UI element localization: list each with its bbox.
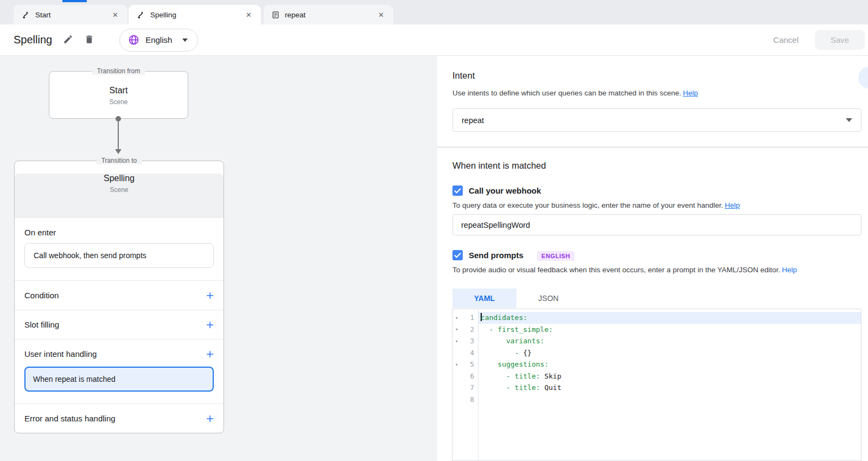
prompts-help-link[interactable]: Help [782, 266, 797, 274]
on-enter-section: On enter Call webhook, then send prompts [15, 217, 224, 280]
connector-dot [116, 116, 121, 121]
floating-button-peek[interactable] [858, 67, 868, 88]
scene-node-header[interactable]: Spelling Scene [15, 174, 224, 217]
line-number: 1 [470, 313, 474, 322]
tab-label: repeat [285, 11, 305, 19]
tab-drag-indicator [62, 0, 87, 2]
gutter-line-5[interactable]: ▾5 [452, 358, 478, 370]
add-icon[interactable]: + [206, 412, 214, 425]
line-number: 7 [470, 383, 474, 392]
from-node-title: Start [49, 86, 188, 95]
gutter-line-1[interactable]: ▾1 [452, 312, 478, 324]
gutter-line-6: 6 [452, 370, 478, 382]
connector-arrowhead-icon [115, 149, 122, 154]
code-line-7[interactable]: - title: Quit [478, 382, 861, 394]
tab-repeat[interactable]: repeat✕ [264, 5, 393, 24]
language-selector[interactable]: English [119, 29, 198, 52]
to-node-title: Spelling [15, 174, 224, 183]
webhook-input[interactable] [452, 214, 861, 235]
code-line-6[interactable]: - title: Skip [478, 370, 861, 382]
intent-help-link[interactable]: Help [683, 89, 698, 97]
checkmark-icon [454, 251, 461, 260]
code-line-4[interactable]: - {} [478, 347, 861, 359]
section-divider [437, 146, 868, 148]
webhook-description: To query data or execute your business l… [452, 201, 740, 209]
code-line-8[interactable] [478, 394, 861, 406]
scene-section-slot-filling: Slot filling+ [15, 310, 224, 339]
call-webhook-checkbox[interactable] [452, 185, 463, 196]
language-badge: ENGLISH [537, 251, 575, 261]
edit-title-button[interactable] [63, 34, 73, 46]
fold-arrow-icon[interactable]: ▾ [455, 315, 462, 321]
call-webhook-label: Call your webhook [469, 186, 541, 195]
fold-arrow-icon[interactable]: ▾ [455, 326, 462, 332]
editor-tab-json[interactable]: JSON [516, 289, 580, 308]
add-icon[interactable]: + [206, 289, 214, 302]
scene-section-error-and-status-handling: Error and status handling+ [15, 404, 224, 433]
matched-heading: When intent is matched [452, 161, 546, 171]
on-enter-label: On enter [24, 228, 214, 237]
tab-label: Spelling [150, 11, 176, 19]
gutter-line-4: 4 [452, 347, 478, 359]
page-title: Spelling [14, 34, 52, 46]
checkmark-icon [454, 186, 461, 196]
delete-scene-button[interactable] [84, 34, 94, 46]
editor-code-area[interactable]: candidates: - first_simple: variants: - … [478, 309, 861, 460]
save-button[interactable]: Save [815, 30, 865, 50]
from-node-subtitle: Scene [49, 98, 188, 106]
code-line-3[interactable]: variants: [478, 335, 861, 347]
gutter-line-3[interactable]: ▾3 [452, 335, 478, 347]
on-enter-card[interactable]: Call webhook, then send prompts [24, 243, 214, 268]
scene-diagram-canvas: Transition from Start Scene Transition t… [0, 56, 437, 461]
send-prompts-checkbox[interactable] [452, 250, 463, 260]
select-caret-icon [846, 118, 852, 122]
intent-icon [272, 11, 279, 19]
scene-icon [22, 11, 30, 19]
add-icon[interactable]: + [206, 318, 214, 331]
fold-arrow-icon[interactable]: ▾ [455, 338, 462, 344]
intent-handler-card[interactable]: When repeat is matched [24, 367, 214, 392]
line-number: 3 [470, 337, 474, 345]
connector-line [118, 121, 119, 150]
webhook-help-link[interactable]: Help [725, 201, 740, 209]
transition-from-node[interactable]: Transition from Start Scene [49, 71, 188, 119]
cancel-button[interactable]: Cancel [773, 35, 799, 44]
code-line-1[interactable]: candidates: [478, 312, 861, 324]
prompts-description: To provide audio or visual feedback when… [452, 266, 797, 274]
tab-label: Start [35, 11, 51, 19]
section-label: Error and status handling [24, 414, 116, 423]
section-label: Condition [24, 291, 59, 300]
gutter-line-2[interactable]: ▾2 [452, 324, 478, 336]
close-icon[interactable]: ✕ [111, 10, 119, 20]
trash-icon [84, 34, 94, 46]
editor-gutter: ▾1▾2▾34▾5678 [452, 309, 478, 460]
transition-from-legend: Transition from [92, 67, 145, 75]
to-node-subtitle: Scene [15, 186, 224, 194]
close-icon[interactable]: ✕ [377, 10, 385, 20]
scene-header: Spelling English Cancel Save [0, 24, 868, 56]
transition-to-node: Transition to Spelling Scene On enter Ca… [14, 161, 224, 433]
chevron-down-icon [182, 39, 188, 42]
close-icon[interactable]: ✕ [245, 10, 253, 20]
code-line-2[interactable]: - first_simple: [478, 324, 861, 336]
intent-select-value: repeat [462, 116, 484, 125]
code-line-5[interactable]: suggestions: [478, 358, 861, 370]
yaml-code-editor[interactable]: ▾1▾2▾34▾5678 candidates: - first_simple:… [452, 309, 861, 461]
add-icon[interactable]: + [206, 348, 214, 361]
section-label: Slot filling [24, 320, 59, 329]
fold-arrow-icon[interactable]: ▾ [455, 362, 462, 367]
scene-section-condition: Condition+ [15, 280, 224, 310]
intent-select[interactable]: repeat [452, 108, 861, 132]
pencil-icon [63, 34, 73, 46]
line-number: 8 [470, 395, 474, 404]
intent-heading: Intent [452, 71, 475, 81]
line-number: 4 [470, 349, 474, 357]
intent-description: Use intents to define which user queries… [452, 89, 698, 97]
transition-to-legend: Transition to [97, 157, 142, 164]
editor-tab-yaml[interactable]: YAML [452, 289, 516, 308]
language-label: English [145, 35, 172, 44]
globe-icon [128, 34, 139, 46]
scene-icon [137, 11, 145, 19]
tab-spelling[interactable]: Spelling✕ [129, 5, 261, 24]
tab-start[interactable]: Start✕ [14, 5, 127, 24]
